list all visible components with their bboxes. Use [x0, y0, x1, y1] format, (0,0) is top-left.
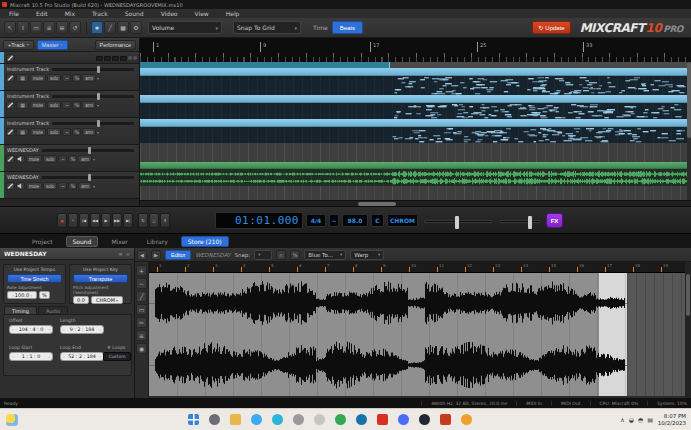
taskbar-app-icon[interactable]	[398, 414, 409, 425]
undo-icon[interactable]: ↺	[69, 21, 81, 34]
automation-icon[interactable]: ~	[62, 101, 71, 109]
taskbar-app-icon[interactable]	[461, 414, 472, 425]
network-icon[interactable]: ◒	[629, 416, 634, 423]
length-input[interactable]: ‹9 : 2 : 184›	[60, 325, 104, 334]
offset-input[interactable]: ‹104 : 4 : 0›	[9, 325, 53, 334]
freeze-icon[interactable]: %	[72, 74, 81, 82]
timeline-vscrollbar[interactable]	[687, 62, 691, 200]
automation-type-select[interactable]: Volume▾	[148, 21, 222, 34]
tab-mixer[interactable]: Mixer	[105, 237, 133, 246]
go-to-end-button[interactable]: ▶|	[123, 213, 133, 228]
taskbar-app-icon[interactable]	[230, 414, 241, 425]
weather-icon[interactable]	[6, 414, 18, 426]
knob[interactable]	[128, 56, 132, 60]
arm-button[interactable]: arm	[82, 74, 96, 82]
midi-notes[interactable]	[140, 76, 691, 95]
clip-header[interactable]	[140, 95, 691, 103]
update-button[interactable]: ↻ Update	[532, 21, 570, 34]
go-to-start-button[interactable]: |◀	[79, 213, 89, 228]
empty-track-lane[interactable]	[140, 143, 691, 162]
solo-button[interactable]: solo	[43, 182, 57, 190]
mute-button[interactable]: mute	[30, 101, 46, 109]
menu-item-track[interactable]: Track	[92, 10, 108, 17]
instrument-selector-icon[interactable]: ▦	[16, 101, 29, 109]
record-button[interactable]: ●	[57, 213, 67, 228]
freeze-icon[interactable]: %	[68, 182, 77, 190]
time-stretch-button[interactable]: Time Stretch	[7, 274, 62, 283]
pencil-tool-icon[interactable]: ╱	[104, 21, 116, 34]
play-button[interactable]: ▶	[101, 213, 111, 228]
editor-toggle-button[interactable]: Editor	[165, 250, 191, 260]
zoom-out-tool-icon[interactable]: −	[136, 278, 147, 289]
pitch-adjustment-input[interactable]: 0.0	[73, 296, 89, 304]
tab-store-210-[interactable]: Store (210)	[181, 236, 229, 247]
instrument-selector-icon[interactable]: ▦	[16, 128, 29, 136]
pencil-icon[interactable]	[6, 182, 15, 190]
automation-slot[interactable]	[104, 56, 111, 61]
performance-button[interactable]: Performance	[95, 40, 137, 50]
pencil-icon[interactable]	[6, 101, 15, 109]
menu-item-edit[interactable]: Edit	[36, 10, 48, 17]
scale-display[interactable]: CHROM	[387, 214, 418, 227]
collapse-panel-icon[interactable]: ◀	[137, 250, 147, 260]
solo-button[interactable]: solo	[47, 128, 61, 136]
fast-forward-button[interactable]: ▶▶	[112, 213, 122, 228]
envelope-tool-icon[interactable]: ▭	[30, 21, 42, 34]
chevron-up-icon[interactable]: ∧	[620, 416, 624, 423]
master-volume-slider[interactable]	[424, 220, 492, 223]
playback-pitch-slider[interactable]	[500, 220, 540, 223]
battery-icon[interactable]: ▤	[647, 416, 653, 423]
automation-icon[interactable]: ~	[62, 128, 71, 136]
pencil-tool-icon[interactable]: ╱	[136, 291, 147, 302]
midi-clip[interactable]	[140, 119, 691, 143]
taskbar-app-icon[interactable]	[335, 414, 346, 425]
arm-button[interactable]: arm	[78, 182, 92, 190]
slider-handle[interactable]	[528, 216, 532, 229]
automation-slot[interactable]	[96, 56, 103, 61]
menu-item-file[interactable]: File	[9, 10, 19, 17]
track-volume-slider[interactable]	[52, 122, 134, 125]
wand-tool-icon[interactable]: ∗	[91, 21, 103, 34]
snap-select[interactable]: Snap To Grid▾	[233, 21, 301, 34]
zoom-in-tool-icon[interactable]: +	[136, 265, 147, 276]
taskbar-app-icon[interactable]	[356, 414, 367, 425]
automation-slot[interactable]	[112, 56, 119, 61]
taskbar-app-icon[interactable]	[419, 414, 430, 425]
metronome-button[interactable]: △	[149, 213, 159, 228]
track-volume-slider[interactable]	[42, 149, 134, 152]
time-display[interactable]: 01:01.000	[215, 212, 303, 229]
slider-handle[interactable]	[97, 66, 100, 73]
ibeam-tool-icon[interactable]: I	[17, 21, 29, 34]
track-volume-slider[interactable]	[52, 68, 134, 71]
slider-handle[interactable]	[455, 216, 459, 229]
add-track-button[interactable]: +Track▾	[3, 40, 34, 50]
taskbar-clock[interactable]: 8:07 PM 10/2/2023	[658, 413, 686, 426]
slider-handle[interactable]	[97, 120, 100, 127]
editor-ruler[interactable]: 12345678910111213141516171819	[149, 262, 685, 273]
grid-tool-icon[interactable]: ⊞	[56, 21, 68, 34]
master-track-button[interactable]: Master▸	[37, 40, 68, 50]
automation-icon[interactable]: ~	[62, 74, 71, 82]
clip-header[interactable]	[140, 162, 691, 169]
midi-notes[interactable]	[140, 127, 691, 143]
pause-button[interactable]: ‖	[160, 213, 170, 228]
pencil-icon[interactable]	[6, 74, 15, 82]
speaker-icon[interactable]	[16, 182, 25, 190]
track-volume-slider[interactable]	[52, 95, 134, 98]
automation-slot[interactable]	[120, 56, 127, 61]
loop-button[interactable]: ↻	[138, 213, 148, 228]
freeze-icon[interactable]: %	[72, 128, 81, 136]
gear-icon[interactable]: ⚙	[130, 21, 142, 34]
taskbar-app-icon[interactable]	[293, 414, 304, 425]
mute-button[interactable]: mute	[30, 74, 46, 82]
warp-select[interactable]: Warp▾	[350, 250, 384, 260]
close-icon[interactable]: ×	[126, 251, 130, 257]
pencil-icon[interactable]	[6, 155, 15, 163]
taskbar-app-icon[interactable]	[272, 414, 283, 425]
tab-sound[interactable]: Sound	[66, 236, 99, 247]
track-volume-slider[interactable]	[42, 176, 134, 179]
pointer-tool-icon[interactable]: ↖	[4, 21, 16, 34]
taskbar-app-icon[interactable]	[251, 414, 262, 425]
time-mode-label[interactable]: Time	[313, 24, 328, 31]
tempo-display[interactable]: 98.0	[342, 214, 368, 227]
